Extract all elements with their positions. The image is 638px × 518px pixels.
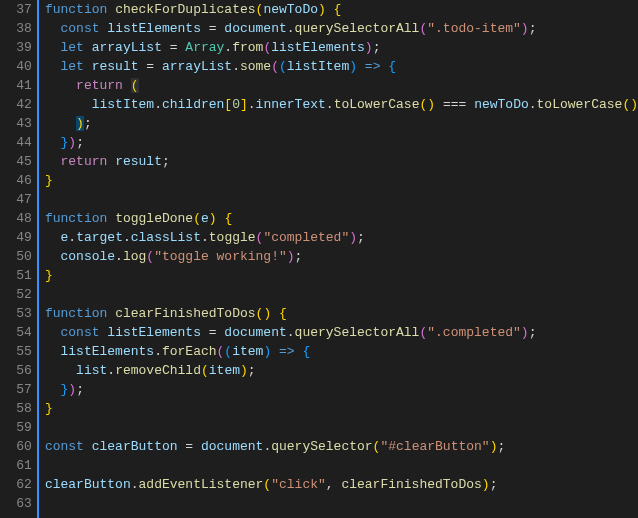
token: listItem <box>92 97 154 112</box>
token: = <box>201 325 224 340</box>
code-line[interactable]: }); <box>45 380 638 399</box>
token: = <box>178 439 201 454</box>
token: } <box>45 173 53 188</box>
token: . <box>287 325 295 340</box>
token: const <box>61 325 100 340</box>
token: target <box>76 230 123 245</box>
token: classList <box>131 230 201 245</box>
token: . <box>154 97 162 112</box>
token: ) <box>263 344 271 359</box>
token: . <box>287 21 295 36</box>
token: ) <box>521 325 529 340</box>
code-line[interactable]: } <box>45 266 638 285</box>
token: ) <box>349 59 357 74</box>
token: return <box>61 154 108 169</box>
code-line[interactable]: ); <box>45 114 638 133</box>
code-line[interactable]: function toggleDone(e) { <box>45 209 638 228</box>
code-line[interactable]: return result; <box>45 152 638 171</box>
token: clearButton <box>92 439 178 454</box>
token: . <box>529 97 537 112</box>
token: list <box>76 363 107 378</box>
token: checkForDuplicates <box>115 2 255 17</box>
line-number-gutter: 3738394041424344454647484950515253545556… <box>0 0 36 518</box>
code-line[interactable]: return ( <box>45 76 638 95</box>
line-number: 40 <box>0 57 36 76</box>
token: { <box>279 306 287 321</box>
token: result <box>115 154 162 169</box>
code-line[interactable]: const listElements = document.querySelec… <box>45 323 638 342</box>
token: . <box>326 97 334 112</box>
code-line[interactable]: function checkForDuplicates(newToDo) { <box>45 0 638 19</box>
code-line[interactable] <box>45 418 638 437</box>
code-line[interactable]: }); <box>45 133 638 152</box>
token: ".todo-item" <box>427 21 521 36</box>
code-area[interactable]: function checkForDuplicates(newToDo) { c… <box>39 0 638 518</box>
token: ; <box>529 21 537 36</box>
code-line[interactable]: } <box>45 399 638 418</box>
token: ) <box>318 2 326 17</box>
code-line[interactable]: } <box>45 171 638 190</box>
token: . <box>248 97 256 112</box>
token: ( <box>201 363 209 378</box>
token: removeChild <box>115 363 201 378</box>
token: function <box>45 306 107 321</box>
code-line[interactable]: const listElements = document.querySelec… <box>45 19 638 38</box>
token: ) <box>76 116 84 131</box>
line-number: 58 <box>0 399 36 418</box>
token: item <box>232 344 263 359</box>
token: ) <box>240 363 248 378</box>
code-line[interactable] <box>45 456 638 475</box>
token: => <box>279 344 295 359</box>
code-line[interactable]: clearButton.addEventListener("click", cl… <box>45 475 638 494</box>
token: const <box>45 439 84 454</box>
token: ; <box>84 116 92 131</box>
token: . <box>123 230 131 245</box>
line-number: 54 <box>0 323 36 342</box>
token: item <box>209 363 240 378</box>
code-line[interactable]: listElements.forEach((item) => { <box>45 342 638 361</box>
line-number: 53 <box>0 304 36 323</box>
token: toLowerCase <box>537 97 623 112</box>
line-number: 48 <box>0 209 36 228</box>
token: document <box>224 325 286 340</box>
token: ) <box>68 382 76 397</box>
token: some <box>240 59 271 74</box>
code-line[interactable] <box>45 494 638 513</box>
token: ] <box>240 97 248 112</box>
token: ; <box>162 154 170 169</box>
token: ( <box>263 477 271 492</box>
token: ; <box>295 249 303 264</box>
line-number: 43 <box>0 114 36 133</box>
code-line[interactable]: function clearFinishedToDos() { <box>45 304 638 323</box>
token: let <box>61 59 84 74</box>
code-line[interactable]: e.target.classList.toggle("completed"); <box>45 228 638 247</box>
line-number: 49 <box>0 228 36 247</box>
token: document <box>201 439 263 454</box>
code-line[interactable]: let arrayList = Array.from(listElements)… <box>45 38 638 57</box>
code-line[interactable]: let result = arrayList.some((listItem) =… <box>45 57 638 76</box>
code-line[interactable] <box>45 190 638 209</box>
token: let <box>61 40 84 55</box>
code-line[interactable]: listItem.children[0].innerText.toLowerCa… <box>45 95 638 114</box>
line-number: 61 <box>0 456 36 475</box>
code-line[interactable]: console.log("toggle working!"); <box>45 247 638 266</box>
token: ) <box>427 97 435 112</box>
token: . <box>131 477 139 492</box>
code-line[interactable] <box>45 285 638 304</box>
token: document <box>224 21 286 36</box>
token: listElements <box>107 325 201 340</box>
token: ) <box>68 135 76 150</box>
token: { <box>224 211 232 226</box>
token: listElements <box>271 40 365 55</box>
token: result <box>92 59 139 74</box>
line-number: 59 <box>0 418 36 437</box>
code-line[interactable]: const clearButton = document.querySelect… <box>45 437 638 456</box>
line-number: 57 <box>0 380 36 399</box>
line-number: 45 <box>0 152 36 171</box>
token: ; <box>248 363 256 378</box>
code-line[interactable]: list.removeChild(item); <box>45 361 638 380</box>
line-number: 42 <box>0 95 36 114</box>
token: ) <box>263 306 271 321</box>
token: { <box>334 2 342 17</box>
token: listElements <box>61 344 155 359</box>
